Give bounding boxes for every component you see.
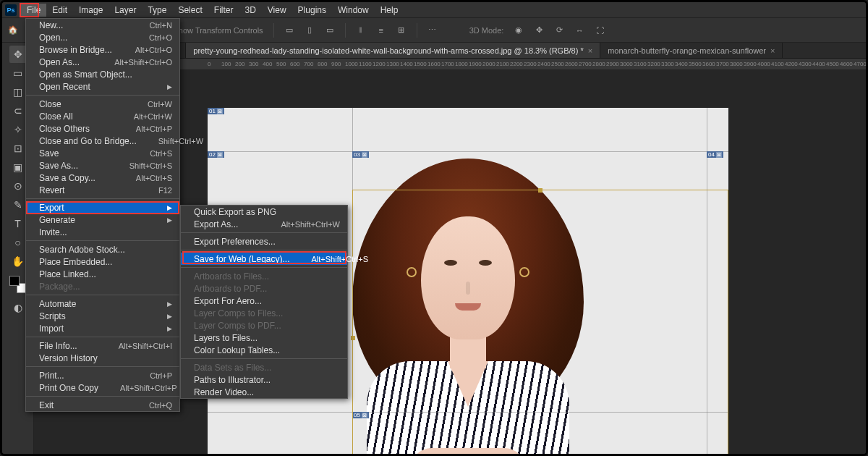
slice-icon: ⊠ (362, 413, 367, 418)
file-menu-item[interactable]: Open As...Alt+Shift+Ctrl+O (26, 56, 179, 68)
foreground-swatch[interactable] (9, 276, 20, 286)
file-menu-item[interactable]: CloseCtrl+W (26, 98, 179, 110)
align-right-icon[interactable]: ▭ (325, 25, 335, 35)
file-menu-item[interactable]: File Info...Alt+Shift+Ctrl+I (26, 339, 179, 352)
menu-item-label: Save (39, 148, 59, 159)
slide-icon[interactable]: ↔ (574, 25, 584, 35)
file-menu-item[interactable]: Save As...Shift+Ctrl+S (26, 159, 179, 172)
slice-icon: ⊠ (217, 152, 223, 158)
file-menu-item[interactable]: Place Embedded... (26, 256, 179, 268)
document-tab[interactable]: monarch-butterfly-orange-mexican-sunflow… (600, 43, 783, 58)
file-menu-item[interactable]: New...Ctrl+N (26, 19, 179, 31)
export-menu-item[interactable]: Export Preferences... (181, 235, 347, 248)
shortcut-label: Alt+Ctrl+P (136, 124, 172, 133)
menu-3d[interactable]: 3D (239, 4, 261, 17)
align-left-icon[interactable]: ▭ (284, 25, 294, 35)
wand-tool[interactable]: ✧ (9, 121, 27, 138)
submenu-arrow-icon: ▶ (167, 204, 172, 211)
file-menu-item[interactable]: Import▶ (26, 322, 179, 334)
menu-item-label: Artboards to Files... (194, 271, 269, 282)
crop-tool[interactable]: ⊡ (9, 140, 27, 157)
align-options-icon[interactable]: ⊞ (396, 25, 407, 35)
menu-item-label: Data Sets as Files... (194, 363, 271, 373)
ruler-mark: 100 (221, 61, 231, 67)
file-menu-item[interactable]: Close and Go to Bridge...Shift+Ctrl+W (26, 135, 179, 147)
frame-tool[interactable]: ▣ (9, 159, 27, 176)
file-menu-item[interactable]: RevertF12 (26, 184, 179, 196)
color-swatches[interactable] (9, 276, 27, 293)
export-menu-item[interactable]: Save for Web (Legacy)...Alt+Shift+Ctrl+S (181, 253, 347, 265)
file-menu-item[interactable]: Open as Smart Object... (26, 68, 179, 80)
eyedropper-tool[interactable]: ⊙ (9, 177, 27, 195)
file-menu-item[interactable]: Generate▶ (26, 214, 179, 226)
marquee-tool[interactable]: ◫ (9, 83, 27, 101)
quick-mask-tool[interactable]: ◐ (9, 299, 27, 316)
menu-layer[interactable]: Layer (109, 4, 142, 17)
menu-item-label: Revert (39, 185, 64, 195)
file-menu-item[interactable]: SaveCtrl+S (26, 147, 179, 159)
move-tool[interactable]: ✥ (9, 46, 27, 63)
shape-tool[interactable]: ○ (9, 234, 27, 251)
orbit-icon[interactable]: ◉ (514, 25, 524, 35)
export-menu-item[interactable]: Color Lookup Tables... (181, 344, 347, 356)
export-menu-item[interactable]: Layers to Files... (181, 332, 347, 344)
hand-tool[interactable]: ✋ (9, 253, 27, 270)
shortcut-label: Ctrl+Q (149, 401, 172, 410)
type-tool[interactable]: T (9, 215, 27, 232)
file-menu-item[interactable]: Open...Ctrl+O (26, 31, 179, 43)
menu-image[interactable]: Image (73, 4, 109, 17)
scale-icon[interactable]: ⛶ (595, 25, 605, 35)
file-menu-item[interactable]: Close OthersAlt+Ctrl+P (26, 122, 179, 135)
menu-item-label: Save a Copy... (39, 173, 95, 183)
file-menu-item[interactable]: Search Adobe Stock... (26, 243, 179, 256)
home-icon[interactable]: 🏠 (8, 25, 18, 35)
ruler-mark: 2400 (537, 61, 550, 67)
menu-select[interactable]: Select (172, 4, 208, 17)
brush-tool[interactable]: ✎ (9, 196, 27, 214)
file-menu-item[interactable]: Automate▶ (26, 297, 179, 310)
more-icon[interactable]: ⋯ (427, 25, 438, 35)
export-menu-item[interactable]: Export For Aero... (181, 295, 347, 307)
file-menu-item[interactable]: ExitCtrl+Q (26, 399, 179, 411)
export-menu-item[interactable]: Quick Export as PNG (181, 206, 347, 218)
dolly-icon[interactable]: ⟳ (554, 25, 564, 35)
export-menu-item[interactable]: Paths to Illustrator... (181, 373, 347, 386)
menu-view[interactable]: View (262, 4, 292, 17)
shortcut-label: Ctrl+W (148, 100, 172, 109)
export-menu-item[interactable]: Export As...Alt+Shift+Ctrl+W (181, 218, 347, 230)
menu-filter[interactable]: Filter (208, 4, 239, 17)
separator (417, 23, 417, 38)
file-menu-item[interactable]: Export▶ (26, 201, 179, 214)
pan-icon[interactable]: ✥ (534, 25, 544, 35)
distribute-h-icon[interactable]: ⫴ (356, 25, 366, 35)
file-menu-item[interactable]: Print...Ctrl+P (26, 369, 179, 381)
file-menu-dropdown: New...Ctrl+NOpen...Ctrl+OBrowse in Bridg… (25, 18, 180, 412)
lasso-tool[interactable]: ⊂ (9, 102, 27, 119)
document-tab[interactable]: pretty-young-redhead-lady-standing-isola… (186, 43, 600, 58)
file-menu-item[interactable]: Scripts▶ (26, 310, 179, 322)
file-menu-item[interactable]: Invite... (26, 226, 179, 238)
distribute-v-icon[interactable]: ≡ (376, 25, 386, 35)
file-menu-item[interactable]: Close AllAlt+Ctrl+W (26, 110, 179, 122)
menu-type[interactable]: Type (142, 4, 172, 17)
file-menu-item[interactable]: Print One CopyAlt+Shift+Ctrl+P (26, 381, 179, 394)
menu-help[interactable]: Help (375, 4, 404, 17)
menu-file[interactable]: File (21, 4, 46, 17)
file-menu-item[interactable]: Save a Copy...Alt+Ctrl+S (26, 172, 179, 184)
menu-window[interactable]: Window (332, 4, 375, 17)
submenu-arrow-icon: ▶ (167, 83, 172, 90)
menu-edit[interactable]: Edit (46, 4, 73, 17)
file-menu-item[interactable]: Open Recent▶ (26, 80, 179, 93)
file-menu-item[interactable]: Version History (26, 352, 179, 364)
artboard-tool[interactable]: ▭ (9, 64, 27, 82)
menu-item-label: Open As... (39, 57, 80, 67)
menu-plugins[interactable]: Plugins (292, 4, 332, 17)
file-menu-item[interactable]: Browse in Bridge...Alt+Ctrl+O (26, 43, 179, 56)
file-menu-item[interactable]: Place Linked... (26, 268, 179, 280)
close-icon[interactable]: × (770, 46, 775, 55)
ruler-mark: 4700 (854, 61, 867, 67)
export-menu-item: Layer Comps to PDF... (181, 319, 347, 332)
align-center-icon[interactable]: ▯ (305, 25, 315, 35)
close-icon[interactable]: × (588, 46, 592, 55)
export-menu-item[interactable]: Render Video... (181, 386, 347, 398)
